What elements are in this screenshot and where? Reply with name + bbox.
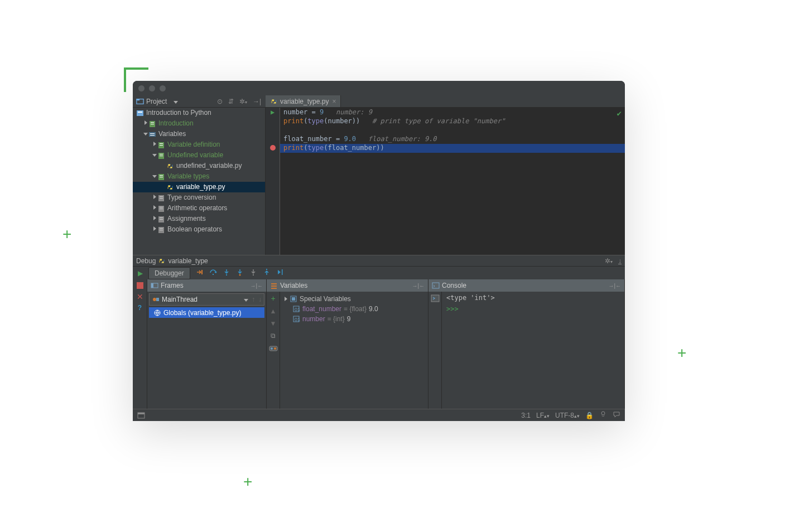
tree-item[interactable]: Boolean operators (133, 224, 265, 235)
line-separator[interactable]: LF▴▾ (536, 412, 550, 419)
close-icon[interactable]: × (332, 98, 336, 105)
frame-row[interactable]: Globals (variable_type.py) (149, 307, 264, 318)
traffic-close[interactable] (138, 85, 145, 91)
step-over-icon[interactable] (209, 268, 217, 278)
inspector-icon[interactable] (599, 410, 607, 420)
step-into-my-icon[interactable] (236, 268, 244, 278)
tree-item[interactable]: Undefined variable (133, 150, 265, 161)
svg-point-48 (271, 347, 273, 350)
tree-item[interactable]: Type conversion (133, 192, 265, 203)
caret-position[interactable]: 3:1 (521, 412, 531, 419)
rerun-icon[interactable]: ▶ (138, 269, 143, 277)
code-line: print(type(number)) # print type of vari… (280, 117, 625, 126)
target-icon[interactable]: ⊙ (217, 98, 223, 105)
chevron-down-icon (174, 98, 178, 105)
tree-item[interactable]: Arithmetic operators (133, 203, 265, 214)
console-exec-icon[interactable] (431, 294, 440, 304)
tree-item[interactable]: Introduction (133, 118, 265, 129)
svg-rect-27 (160, 219, 163, 220)
lock-icon[interactable]: 🔒 (585, 412, 594, 419)
special-vars-label: Special Variables (300, 294, 351, 304)
add-watch-icon[interactable]: + (271, 294, 275, 303)
variable-row[interactable]: 01 number = {int} 9 (282, 314, 378, 324)
code-area[interactable]: ✔ number = 9 number: 9print(type(number)… (280, 108, 625, 255)
force-step-icon[interactable] (249, 268, 257, 278)
tree-item[interactable]: variable_type.py (133, 182, 265, 192)
svg-rect-45 (271, 286, 277, 287)
lesson-icon (157, 173, 165, 181)
project-tool-header[interactable]: Project ⊙ ⇵ ✲▾ →| (133, 95, 266, 107)
svg-rect-51 (292, 297, 295, 301)
vars-tool-strip: + ▲ ▼ ⧉ (267, 292, 280, 409)
step-into-icon[interactable] (223, 268, 230, 278)
svg-rect-17 (160, 175, 163, 176)
hide-icon[interactable]: →| (253, 98, 261, 105)
debugger-toolbar: ▶ Debugger (133, 266, 625, 279)
python-file-icon (158, 257, 166, 265)
tree-item[interactable]: Assignments (133, 214, 265, 224)
variable-row[interactable]: 01 float_number = {float} 9.0 (282, 304, 378, 314)
console-content[interactable]: <type 'int'> >>> (442, 292, 499, 409)
editor-tabs: variable_type.py × (266, 95, 625, 107)
collapse-icon[interactable]: ⇵ (228, 98, 234, 105)
editor-tab[interactable]: variable_type.py × (266, 95, 341, 107)
show-exec-icon[interactable] (196, 268, 204, 278)
help-icon[interactable]: ? (136, 304, 144, 312)
restore-layout-icon[interactable]: →|← (250, 283, 263, 289)
breakpoint-icon[interactable] (270, 145, 276, 151)
tree-label: Boolean operators (167, 224, 222, 235)
frames-header: Frames →|← (147, 279, 266, 292)
tree-item[interactable]: undefined_variable.py (133, 161, 265, 171)
tree-item[interactable]: Variable types (133, 171, 265, 182)
feedback-icon[interactable] (613, 410, 620, 420)
project-label: Project (146, 98, 167, 105)
svg-rect-15 (160, 156, 163, 156)
debugger-tab[interactable]: Debugger (148, 267, 190, 279)
debug-panel-header[interactable]: Debug variable_type ✲▾ ↓ (133, 255, 625, 266)
traffic-min[interactable] (149, 85, 155, 91)
tree-item[interactable]: Variable definition (133, 139, 265, 150)
plus-decor-2: + (243, 473, 252, 491)
restore-layout-icon[interactable]: →|← (608, 283, 621, 289)
tree-label: Assignments (167, 214, 206, 224)
run-to-cursor-icon[interactable] (276, 268, 284, 278)
svg-rect-8 (150, 133, 155, 134)
gear-icon[interactable]: ✲▾ (239, 98, 247, 105)
step-out-icon[interactable] (263, 268, 271, 278)
console-label: Console (442, 282, 466, 289)
hide-icon[interactable]: ↓ (618, 257, 622, 265)
thread-selector[interactable]: MainThread ↑↓ (149, 293, 264, 306)
console-tool-strip (428, 292, 442, 409)
run-gutter-icon[interactable]: ▶ (271, 108, 275, 116)
traffic-max[interactable] (160, 85, 166, 91)
up-icon[interactable]: ▲ (270, 307, 277, 315)
frame-down-icon[interactable]: ↓ (258, 296, 262, 303)
special-variables-row[interactable]: Special Variables (282, 294, 378, 304)
svg-rect-32 (213, 274, 214, 275)
file-encoding[interactable]: UTF-8▴▾ (555, 412, 580, 419)
toolbar-row: Project ⊙ ⇵ ✲▾ →| variable_type.py × (133, 95, 625, 108)
vars-content: Special Variables 01 float_number = {flo… (280, 292, 381, 409)
console-prompt: >>> (446, 305, 495, 313)
tree-root[interactable]: Introduction to Python (133, 108, 265, 118)
close-icon[interactable]: ✕ (136, 293, 144, 301)
down-icon[interactable]: ▼ (270, 320, 277, 327)
lesson-icon (157, 205, 165, 212)
frames-icon (151, 282, 158, 289)
inspection-ok-icon: ✔ (617, 109, 622, 118)
gear-icon[interactable]: ✲▾ (605, 257, 613, 265)
stop-icon[interactable] (136, 282, 144, 289)
copy-icon[interactable]: ⧉ (271, 332, 276, 340)
frame-up-icon[interactable]: ↑ (252, 296, 255, 303)
tree-item[interactable]: Variables (133, 129, 265, 139)
frames-panel: Frames →|← MainThread ↑↓ Globals (variab… (147, 279, 267, 409)
chevron-icon (152, 150, 157, 161)
variables-group-icon (148, 130, 156, 138)
watches-icon[interactable] (269, 344, 278, 355)
restore-layout-icon[interactable]: →|← (412, 283, 425, 289)
status-window-icon[interactable] (137, 412, 145, 419)
chevron-icon (143, 118, 148, 129)
svg-rect-7 (149, 132, 156, 137)
chevron-icon (152, 224, 157, 235)
project-tree: Introduction to Python IntroductionVaria… (133, 108, 266, 255)
